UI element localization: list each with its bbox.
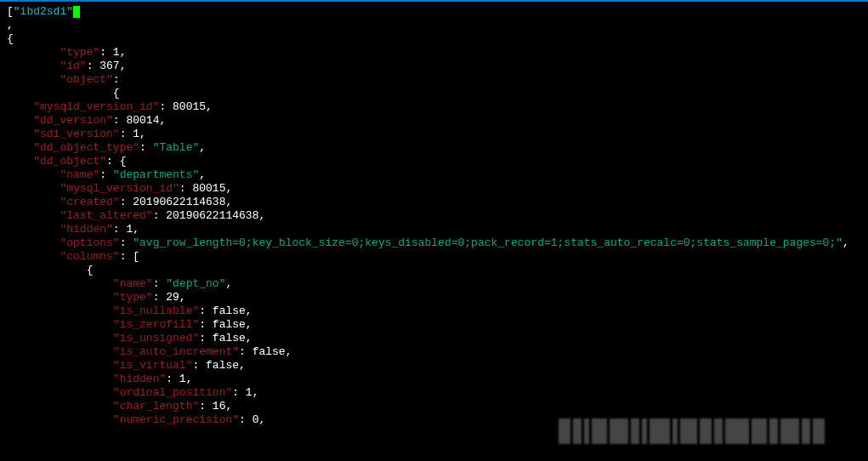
terminal-line: "mysql_version_id": 80015, — [7, 182, 865, 196]
watermark-block — [584, 418, 589, 444]
terminal-line: "hidden": 1, — [7, 373, 865, 386]
watermark-block — [642, 418, 647, 444]
terminal-line: , — [7, 19, 865, 32]
terminal-line: "options": "avg_row_length=0;key_block_s… — [7, 236, 865, 250]
terminal-line: { — [7, 32, 865, 46]
terminal-line: "last_altered": 20190622114638, — [7, 209, 865, 223]
terminal-line: "dd_object": { — [7, 155, 865, 168]
watermark-block — [650, 418, 670, 444]
watermark-block — [610, 418, 628, 444]
terminal-line: "char_length": 16, — [7, 400, 865, 413]
watermark-block — [714, 418, 723, 444]
watermark-block — [672, 418, 678, 444]
terminal-line: { — [7, 87, 865, 100]
terminal-line: "is_auto_increment": false, — [7, 345, 865, 359]
watermark-block — [573, 418, 582, 444]
watermark-block — [769, 418, 778, 444]
terminal-line: "is_nullable": false, — [7, 304, 865, 318]
watermark-block — [700, 418, 712, 444]
terminal-line: "type": 29, — [7, 291, 865, 304]
terminal-cursor — [73, 6, 80, 18]
terminal-line: ["ibd2sdi" — [7, 5, 865, 19]
terminal-line: "id": 367, — [7, 60, 865, 73]
terminal-window[interactable]: ["ibd2sdi",{ "type": 1, "id": 367, "obje… — [0, 0, 868, 461]
watermark-block — [680, 418, 697, 444]
terminal-line: { — [7, 264, 865, 277]
watermark-block — [725, 418, 749, 444]
terminal-line: "ordinal_position": 1, — [7, 386, 865, 400]
watermark-block — [802, 418, 810, 444]
watermark-block — [559, 418, 570, 444]
terminal-line: "dd_version": 80014, — [7, 114, 865, 128]
terminal-line: "name": "dept_no", — [7, 277, 865, 291]
watermark-block — [752, 418, 767, 444]
terminal-line: "is_zerofill": false, — [7, 318, 865, 332]
watermark-overlay — [559, 418, 848, 444]
watermark-block — [592, 418, 607, 444]
terminal-line: "is_virtual": false, — [7, 359, 865, 373]
watermark-block — [813, 418, 825, 444]
terminal-line: "name": "departments", — [7, 168, 865, 182]
terminal-line: "object": — [7, 73, 865, 87]
terminal-line: "columns": [ — [7, 250, 865, 264]
terminal-line: "hidden": 1, — [7, 223, 865, 236]
terminal-line: "dd_object_type": "Table", — [7, 141, 865, 155]
terminal-line: "sdi_version": 1, — [7, 128, 865, 141]
watermark-block — [780, 418, 799, 444]
terminal-line: "mysqld_version_id": 80015, — [7, 100, 865, 114]
watermark-block — [631, 418, 639, 444]
terminal-line: "is_unsigned": false, — [7, 332, 865, 345]
terminal-line: "created": 20190622114638, — [7, 196, 865, 209]
terminal-line: "type": 1, — [7, 46, 865, 60]
terminal-output: ["ibd2sdi",{ "type": 1, "id": 367, "obje… — [0, 2, 868, 430]
